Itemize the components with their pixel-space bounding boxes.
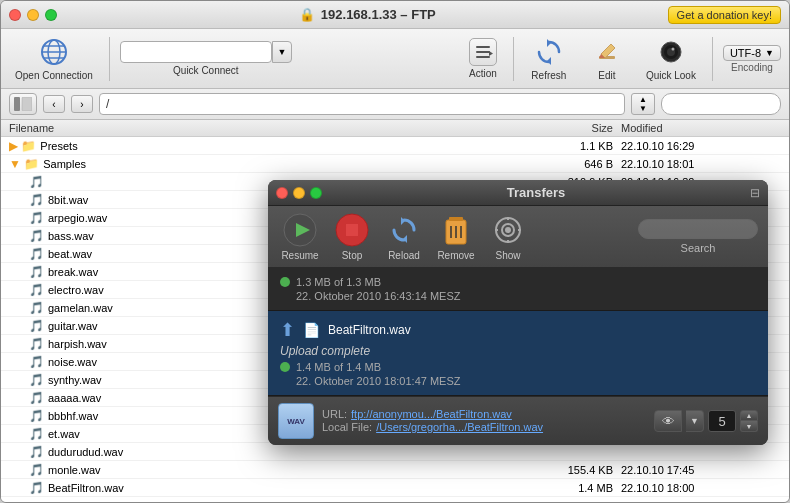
file-size: 155.4 KB [521, 464, 621, 476]
sidebar-toggle-button[interactable] [9, 93, 37, 115]
transfer-size: 1.4 MB of 1.4 MB [296, 361, 381, 373]
url-info: URL: ftp://anonymou.../BeatFiltron.wav L… [322, 408, 646, 434]
quick-look-icon [655, 36, 687, 68]
local-row: Local File: /Users/gregorha.../BeatFiltr… [322, 421, 646, 433]
remove-icon [438, 212, 474, 248]
url-label: URL: [322, 408, 347, 420]
audio-file-icon: 🎵 [29, 283, 44, 297]
file-name: et.wav [48, 428, 80, 440]
edit-label: Edit [598, 70, 615, 81]
audio-file-icon: 🎵 [29, 193, 44, 207]
dialog-search-input[interactable] [638, 219, 758, 239]
file-name: noise.wav [48, 356, 97, 368]
dialog-toolbar: Resume Stop Rel [268, 206, 768, 268]
file-name: BeatFiltron.wav [48, 482, 124, 494]
action-icon [469, 38, 497, 66]
audio-file-icon: 🎵 [29, 391, 44, 405]
encoding-label: Encoding [731, 62, 773, 73]
audio-file-icon: 🎵 [29, 427, 44, 441]
dialog-minimize-button[interactable] [293, 187, 305, 199]
refresh-label: Refresh [531, 70, 566, 81]
reload-button[interactable]: Reload [382, 212, 426, 261]
dialog-maximize-button[interactable] [310, 187, 322, 199]
toolbar-separator-3 [712, 37, 713, 81]
url-link[interactable]: ftp://anonymou.../BeatFiltron.wav [351, 408, 512, 420]
counter-stepper: ▲ ▼ [740, 410, 758, 432]
svg-rect-26 [449, 217, 463, 221]
remove-button[interactable]: Remove [434, 212, 478, 261]
edit-button[interactable]: Edit [582, 34, 632, 83]
preview-dropdown[interactable]: ▼ [686, 410, 704, 432]
svg-rect-16 [14, 97, 20, 111]
audio-file-icon: 🎵 [29, 355, 44, 369]
svg-rect-7 [476, 56, 490, 58]
quick-connect-dropdown[interactable]: ▼ [272, 41, 292, 63]
path-text: / [106, 97, 109, 111]
svg-marker-8 [489, 51, 493, 56]
local-path[interactable]: /Users/gregorha.../BeatFiltron.wav [376, 421, 543, 433]
counter-up[interactable]: ▲ [740, 410, 758, 421]
resume-icon [282, 212, 318, 248]
svg-point-15 [671, 48, 674, 51]
file-size: 1.1 KB [521, 140, 621, 152]
dialog-search: Search [638, 219, 758, 254]
svg-rect-6 [476, 51, 490, 53]
search-label: Search [681, 242, 716, 254]
transfer-item[interactable]: 1.3 MB of 1.3 MB 22. Oktober 2010 16:43:… [268, 268, 768, 311]
show-button[interactable]: Show [486, 212, 530, 261]
title-bar: 🔒 192.168.1.33 – FTP Get a donation key! [1, 1, 789, 29]
transfer-status: Upload complete [280, 344, 756, 358]
stop-button[interactable]: Stop [330, 212, 374, 261]
url-row: URL: ftp://anonymou.../BeatFiltron.wav [322, 408, 646, 420]
transfer-date: 22. Oktober 2010 18:01:47 MESZ [296, 375, 461, 387]
close-button[interactable] [9, 9, 21, 21]
file-name: synthy.wav [48, 374, 102, 386]
file-name: 8bit.wav [48, 194, 88, 206]
title-center: 🔒 192.168.1.33 – FTP [67, 7, 668, 22]
file-list-header: Filename Size Modified [1, 120, 789, 137]
refresh-icon [533, 36, 565, 68]
encoding-dropdown-arrow: ▼ [765, 48, 774, 58]
up-button[interactable]: ▲ ▼ [631, 93, 655, 115]
col-modified: Modified [621, 122, 781, 134]
quick-look-button[interactable]: Quick Look [640, 34, 702, 83]
audio-file-icon: 🎵 [29, 481, 44, 495]
audio-file-icon: 🎵 [29, 247, 44, 261]
transfers-dialog: Transfers ⊟ Resume Stop [268, 180, 768, 445]
search-input[interactable] [661, 93, 781, 115]
donation-button[interactable]: Get a donation key! [668, 6, 781, 24]
wav-icon: WAV [278, 403, 314, 439]
wav-label: WAV [287, 417, 305, 426]
action-button[interactable]: Action [463, 38, 503, 79]
minimize-button[interactable] [27, 9, 39, 21]
show-label: Show [495, 250, 520, 261]
preview-button[interactable]: 👁 [654, 410, 682, 432]
refresh-button[interactable]: Refresh [524, 34, 574, 83]
resume-button[interactable]: Resume [278, 212, 322, 261]
toolbar-separator-2 [513, 37, 514, 81]
file-date: 22.10.10 16:29 [621, 140, 781, 152]
table-row[interactable]: 🎵dudurudud.wav [1, 443, 789, 461]
audio-file-icon: 🎵 [29, 175, 44, 189]
table-row[interactable]: 🎵BeatFiltron.wav 1.4 MB 22.10.10 18:00 [1, 479, 789, 497]
transfer-date: 22. Oktober 2010 16:43:14 MESZ [296, 290, 461, 302]
back-button[interactable]: ‹ [43, 95, 65, 113]
window-title: 192.168.1.33 – FTP [321, 7, 436, 22]
dialog-close-button[interactable] [276, 187, 288, 199]
table-row[interactable]: ▼ 📁Samples 646 B 22.10.10 18:01 [1, 155, 789, 173]
counter-down[interactable]: ▼ [740, 421, 758, 432]
maximize-button[interactable] [45, 9, 57, 21]
transfer-item[interactable]: ⬆ 📄 BeatFiltron.wav Upload complete 1.4 … [268, 311, 768, 396]
quick-connect-input[interactable] [120, 41, 272, 63]
forward-button[interactable]: › [71, 95, 93, 113]
wav-file-icon: 📄 [303, 322, 320, 338]
encoding-value: UTF-8 [730, 47, 761, 59]
file-size: 1.4 MB [521, 482, 621, 494]
open-connection-button[interactable]: Open Connection [9, 34, 99, 83]
audio-file-icon: 🎵 [29, 463, 44, 477]
table-row[interactable]: 🎵monle.wav 155.4 KB 22.10.10 17:45 [1, 461, 789, 479]
dialog-expand-icon[interactable]: ⊟ [750, 186, 760, 200]
lock-icon: 🔒 [299, 7, 315, 22]
table-row[interactable]: ▶ 📁Presets 1.1 KB 22.10.10 16:29 [1, 137, 789, 155]
encoding-dropdown[interactable]: UTF-8 ▼ [723, 45, 781, 61]
